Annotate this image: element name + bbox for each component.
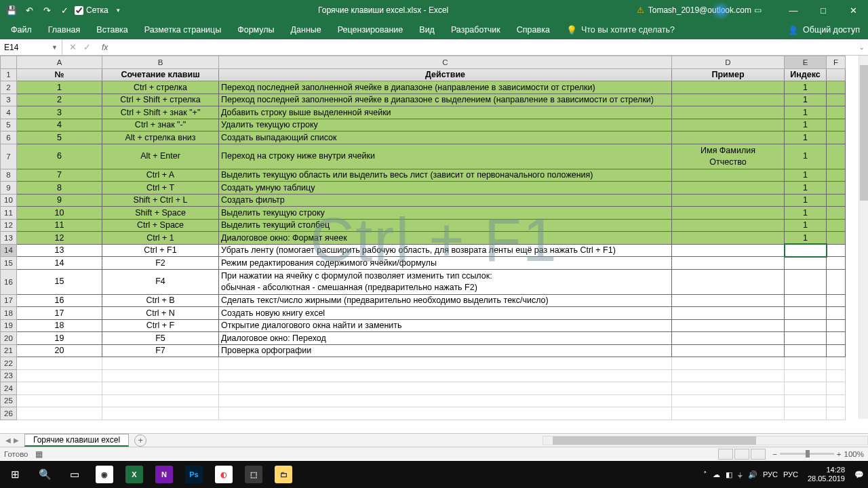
cell-index[interactable]: 1 bbox=[785, 131, 827, 144]
row-header[interactable]: 10 bbox=[1, 194, 17, 207]
cell-action[interactable]: Создать выпадающий список bbox=[219, 131, 672, 144]
cell-action[interactable]: Создать фильтр bbox=[219, 194, 672, 207]
cell-index[interactable]: 1 bbox=[785, 219, 827, 232]
cell-num[interactable]: 2 bbox=[17, 94, 102, 106]
table-row[interactable]: 17 16 Ctrl + B Сделать текст/число жирны… bbox=[1, 294, 846, 307]
tab-insert[interactable]: Вставка bbox=[88, 20, 136, 39]
cell-combo[interactable]: Ctrl + T bbox=[102, 182, 219, 195]
cell-action[interactable]: Выделить текущий столбец bbox=[219, 219, 672, 232]
cell-example[interactable] bbox=[672, 307, 785, 320]
app-icon-1[interactable]: ◐ bbox=[209, 461, 239, 488]
row-header[interactable]: 16 bbox=[1, 269, 17, 294]
cell-combo[interactable]: Ctrl + Shift + знак "+" bbox=[102, 106, 219, 119]
macro-record-icon[interactable]: ▦ bbox=[35, 449, 43, 459]
row-header[interactable]: 6 bbox=[1, 131, 17, 144]
cell-num[interactable]: 17 bbox=[17, 307, 102, 320]
cell-action[interactable]: Режим редактирования содержимого ячейки/… bbox=[219, 257, 672, 270]
table-row[interactable]: 14 13 Ctrl + F1 Убрать ленту (помогает р… bbox=[1, 244, 846, 257]
cell-action[interactable]: Открытие диалогового окна найти и замени… bbox=[219, 319, 672, 332]
row-header[interactable]: 2 bbox=[1, 81, 17, 94]
cell-index[interactable] bbox=[785, 319, 827, 332]
sheet-tab-active[interactable]: Горячие клавиши excel bbox=[24, 434, 129, 447]
table-row[interactable]: 21 20 F7 Проверка орфографии bbox=[1, 344, 846, 357]
cell-num[interactable]: 11 bbox=[17, 219, 102, 232]
cell-empty[interactable] bbox=[827, 81, 846, 94]
cell-index[interactable]: 1 bbox=[785, 169, 827, 182]
tab-help[interactable]: Справка bbox=[509, 20, 558, 39]
table-row[interactable]: 3 2 Ctrl + Shift + стрелка Переход после… bbox=[1, 94, 846, 106]
cell-num[interactable]: 10 bbox=[17, 207, 102, 220]
table-row[interactable]: 18 17 Ctrl + N Создать новую книгу excel bbox=[1, 307, 846, 320]
table-row[interactable]: 4 3 Ctrl + Shift + знак "+" Добавить стр… bbox=[1, 106, 846, 119]
cell-action[interactable]: Создать умную таблицу bbox=[219, 182, 672, 195]
row-header[interactable]: 13 bbox=[1, 232, 17, 245]
cell-combo[interactable]: Ctrl + 1 bbox=[102, 232, 219, 245]
cell-action[interactable]: Убрать ленту (помогает расширить рабочую… bbox=[219, 244, 672, 257]
row-header[interactable]: 18 bbox=[1, 307, 17, 320]
cell-example[interactable] bbox=[672, 219, 785, 232]
cell-example[interactable]: Имя ФамилияОтчество bbox=[672, 144, 785, 169]
user-account[interactable]: ⚠ Tomash_2019@outlook.com bbox=[637, 5, 754, 15]
cell-example[interactable] bbox=[672, 332, 785, 345]
start-button[interactable]: ⊞ bbox=[0, 461, 30, 488]
cell-empty[interactable] bbox=[827, 131, 846, 144]
onedrive-icon[interactable]: ☁ bbox=[713, 470, 720, 479]
cell-action[interactable]: Добавить строку выше выделенной ячейки bbox=[219, 106, 672, 119]
cell-combo[interactable]: Ctrl + N bbox=[102, 307, 219, 320]
zoom-slider[interactable] bbox=[780, 453, 834, 455]
table-row[interactable]: 10 9 Shift + Ctrl + L Создать фильтр 1 bbox=[1, 194, 846, 207]
grid-checkbox-input[interactable] bbox=[75, 6, 83, 15]
table-row[interactable]: 7 6 Alt + Enter Переход на строку ниже в… bbox=[1, 144, 846, 169]
cell-empty[interactable] bbox=[827, 319, 846, 332]
select-all-corner[interactable] bbox=[1, 56, 17, 69]
qat-dropdown-icon[interactable]: ▾ bbox=[111, 3, 126, 18]
notifications-icon[interactable]: 💬 bbox=[854, 470, 864, 479]
tray-icon-1[interactable]: ◧ bbox=[726, 470, 732, 479]
maximize-button[interactable]: □ bbox=[808, 0, 838, 20]
table-row[interactable]: 26 bbox=[1, 407, 846, 420]
cell-index[interactable]: 1 bbox=[785, 106, 827, 119]
excel-icon[interactable]: X bbox=[119, 461, 149, 488]
onenote-icon[interactable]: N bbox=[149, 461, 179, 488]
tab-developer[interactable]: Разработчик bbox=[443, 20, 509, 39]
lang-indicator-2[interactable]: РУС bbox=[783, 470, 798, 479]
fx-icon[interactable]: fx bbox=[98, 43, 112, 52]
table-row[interactable]: 11 10 Shift + Space Выделить текущую стр… bbox=[1, 207, 846, 220]
cell-example[interactable] bbox=[672, 269, 785, 294]
cell-action[interactable]: Переход последней заполненной ячейке в д… bbox=[219, 94, 672, 106]
cell-num[interactable]: 18 bbox=[17, 319, 102, 332]
row-header[interactable]: 11 bbox=[1, 207, 17, 220]
cell-example[interactable] bbox=[672, 106, 785, 119]
cell-empty[interactable] bbox=[827, 294, 846, 307]
cell-example[interactable] bbox=[672, 131, 785, 144]
cell-combo[interactable]: Shift + Ctrl + L bbox=[102, 194, 219, 207]
table-row[interactable]: 20 19 F5 Диалоговое окно: Переход bbox=[1, 332, 846, 345]
redo-icon[interactable]: ↷ bbox=[39, 3, 54, 18]
cell-num[interactable]: 4 bbox=[17, 119, 102, 131]
cell-action[interactable]: Выделить текущую строку bbox=[219, 207, 672, 220]
page-break-view-button[interactable] bbox=[751, 449, 766, 460]
expand-formula-icon[interactable]: ⌄ bbox=[856, 44, 868, 51]
cell-index[interactable] bbox=[785, 294, 827, 307]
cell-num[interactable]: 16 bbox=[17, 294, 102, 307]
cell-action[interactable]: Переход последней заполненной ячейке в д… bbox=[219, 81, 672, 94]
normal-view-button[interactable] bbox=[718, 449, 733, 460]
save-icon[interactable]: 💾 bbox=[4, 3, 19, 18]
cell-index[interactable] bbox=[785, 257, 827, 270]
cell-combo[interactable]: F4 bbox=[102, 269, 219, 294]
row-header[interactable]: 21 bbox=[1, 344, 17, 357]
cell-empty[interactable] bbox=[827, 244, 846, 257]
tray-chevron-icon[interactable]: ˄ bbox=[703, 470, 707, 479]
page-layout-view-button[interactable] bbox=[734, 449, 749, 460]
clock[interactable]: 14:28 28.05.2019 bbox=[804, 466, 849, 483]
cell-empty[interactable] bbox=[827, 232, 846, 245]
cell-action[interactable]: Переход на строку ниже внутри ячейки bbox=[219, 144, 672, 169]
chevron-down-icon[interactable]: ▼ bbox=[52, 44, 58, 51]
tab-home[interactable]: Главная bbox=[40, 20, 89, 39]
cell-empty[interactable] bbox=[827, 144, 846, 169]
cell-combo[interactable]: Ctrl + стрелка bbox=[102, 81, 219, 94]
cell-index[interactable] bbox=[785, 344, 827, 357]
row-header[interactable]: 5 bbox=[1, 119, 17, 131]
row-header[interactable]: 9 bbox=[1, 182, 17, 195]
cell-num[interactable]: 8 bbox=[17, 182, 102, 195]
